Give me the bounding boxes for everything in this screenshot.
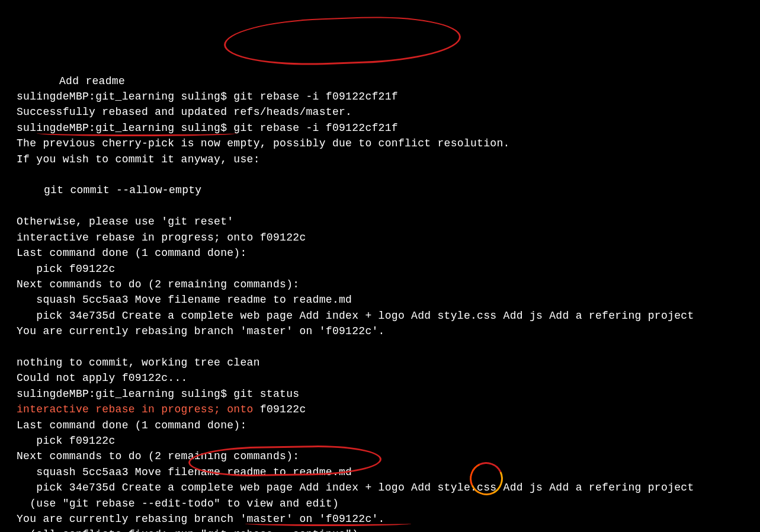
terminal-line: squash 5cc5aa3 Move filename readme to r… bbox=[17, 464, 743, 480]
terminal-line: Add readme bbox=[17, 73, 743, 89]
terminal-line: pick 34e735d Create a complete web page … bbox=[17, 308, 743, 323]
terminal-line: Could not apply f09122c... bbox=[17, 370, 743, 386]
terminal-output[interactable]: Add readmesulingdeMBP:git_learning sulin… bbox=[17, 73, 743, 532]
terminal-line: pick 34e735d Create a complete web page … bbox=[17, 480, 743, 495]
terminal-line: interactive rebase in progress; onto f09… bbox=[17, 230, 743, 245]
terminal-line: Next commands to do (2 remaining command… bbox=[17, 277, 743, 292]
terminal-line: You are currently rebasing branch 'maste… bbox=[17, 323, 743, 339]
terminal-line: interactive rebase in progress; onto f09… bbox=[17, 402, 743, 417]
terminal-line: sulingdeMBP:git_learning suling$ git sta… bbox=[17, 386, 743, 402]
terminal-line: (use "git rebase --edit-todo" to view an… bbox=[17, 496, 743, 511]
terminal-line: nothing to commit, working tree clean bbox=[17, 355, 743, 370]
terminal-line: The previous cherry-pick is now empty, p… bbox=[17, 136, 743, 151]
terminal-line: If you wish to commit it anyway, use: bbox=[17, 152, 743, 167]
terminal-line bbox=[17, 198, 743, 214]
terminal-line bbox=[17, 339, 743, 355]
terminal-line: You are currently rebasing branch 'maste… bbox=[17, 511, 743, 527]
terminal-line: Last command done (1 command done): bbox=[17, 245, 743, 261]
terminal-line: sulingdeMBP:git_learning suling$ git reb… bbox=[17, 89, 743, 104]
terminal-line: sulingdeMBP:git_learning suling$ git reb… bbox=[17, 120, 743, 136]
terminal-line: Otherwise, please use 'git reset' bbox=[17, 214, 743, 229]
terminal-line: pick f09122c bbox=[17, 433, 743, 448]
terminal-line: Successfully rebased and updated refs/he… bbox=[17, 104, 743, 120]
terminal-line: git commit --allow-empty bbox=[17, 182, 743, 198]
terminal-line bbox=[17, 167, 743, 182]
terminal-line: Next commands to do (2 remaining command… bbox=[17, 448, 743, 464]
annotation-circle-rebase-1 bbox=[223, 14, 461, 68]
terminal-line: squash 5cc5aa3 Move filename readme to r… bbox=[17, 292, 743, 307]
terminal-line: pick f09122c bbox=[17, 261, 743, 277]
terminal-line: Last command done (1 command done): bbox=[17, 418, 743, 433]
terminal-line: (all conflicts fixed: run "git rebase --… bbox=[17, 527, 743, 532]
